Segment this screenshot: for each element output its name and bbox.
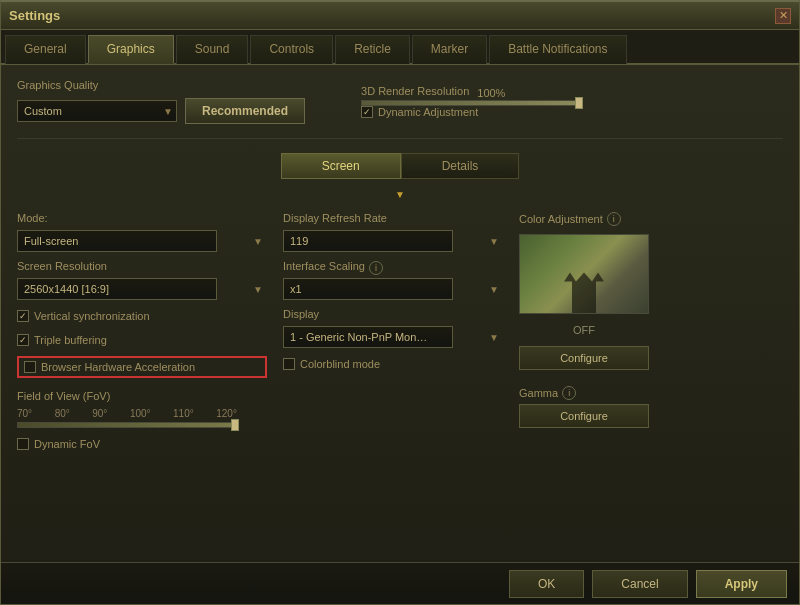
graphics-quality-select-wrapper: Custom Low Medium High Ultra ▼ (17, 100, 177, 122)
display-select[interactable]: 1 - Generic Non-PnP Monitor (prime (283, 326, 453, 348)
interface-scaling-label: Interface Scaling (283, 260, 365, 272)
dynamic-adjustment-label: Dynamic Adjustment (378, 106, 478, 118)
fov-section: Field of View (FoV) 70° 80° 90° 100° 110… (17, 390, 267, 428)
ok-button[interactable]: OK (509, 570, 584, 598)
color-preview (519, 234, 649, 314)
bottom-bar: OK Cancel Apply (1, 562, 799, 604)
mode-label: Mode: (17, 212, 267, 224)
cancel-button[interactable]: Cancel (592, 570, 687, 598)
fov-marker-80: 80° (55, 408, 70, 419)
graphics-quality-section: Graphics Quality Custom Low Medium High … (17, 79, 305, 124)
fov-label: Field of View (FoV) (17, 390, 267, 402)
gamma-configure-button[interactable]: Configure (519, 404, 649, 428)
colorblind-label: Colorblind mode (300, 358, 380, 370)
title-bar: Settings ✕ (1, 2, 799, 30)
color-status: OFF (519, 322, 649, 338)
interface-scaling-arrow: ▼ (489, 284, 499, 295)
middle-column: Display Refresh Rate 119 60 144 ▼ Interf… (283, 212, 503, 548)
tab-battle-notifications[interactable]: Battle Notifications (489, 35, 626, 64)
sub-tab-bar: Screen Details (17, 153, 783, 179)
fov-fill (18, 423, 236, 427)
display-arrow: ▼ (489, 332, 499, 343)
color-adjustment-info-icon[interactable]: i (607, 212, 621, 226)
colorblind-checkbox[interactable] (283, 358, 295, 370)
fov-marker-90: 90° (92, 408, 107, 419)
recommended-button[interactable]: Recommended (185, 98, 305, 124)
refresh-rate-arrow: ▼ (489, 236, 499, 247)
refresh-rate-select[interactable]: 119 60 144 (283, 230, 453, 252)
tab-controls[interactable]: Controls (250, 35, 333, 64)
refresh-rate-field: Display Refresh Rate 119 60 144 ▼ (283, 212, 503, 252)
color-adjustment-row: Color Adjustment i (519, 212, 783, 226)
vsync-checkbox[interactable]: ✓ (17, 310, 29, 322)
render-resolution-thumb (575, 97, 583, 109)
tab-sound[interactable]: Sound (176, 35, 249, 64)
sub-tab-screen[interactable]: Screen (281, 153, 401, 179)
dynamic-fov-label: Dynamic FoV (34, 438, 100, 450)
gamma-label-row: Gamma i (519, 386, 783, 400)
triple-buffering-checkbox[interactable]: ✓ (17, 334, 29, 346)
mode-select-wrapper: Full-screen Windowed Borderless ▼ (17, 230, 267, 252)
dynamic-fov-checkbox[interactable] (17, 438, 29, 450)
sub-tab-details[interactable]: Details (401, 153, 520, 179)
color-configure-button[interactable]: Configure (519, 346, 649, 370)
render-resolution-value: 100% (477, 87, 505, 99)
window-title: Settings (9, 8, 60, 23)
display-label: Display (283, 308, 503, 320)
graphics-quality-label: Graphics Quality (17, 79, 305, 91)
interface-scaling-select[interactable]: x1 x1.25 x1.5 (283, 278, 453, 300)
interface-scaling-field: Interface Scaling i x1 x1.25 x1.5 ▼ (283, 260, 503, 300)
gamma-section: Gamma i Configure (519, 386, 783, 428)
browser-hw-acceleration-row: Browser Hardware Acceleration (17, 356, 267, 378)
close-button[interactable]: ✕ (775, 8, 791, 24)
fov-marker-70: 70° (17, 408, 32, 419)
render-resolution-label: 3D Render Resolution (361, 85, 469, 97)
mode-field: Mode: Full-screen Windowed Borderless ▼ (17, 212, 267, 252)
resolution-select-wrapper: 2560x1440 [16:9] 1920x1080 [16:9] 1280x7… (17, 278, 267, 300)
settings-columns: Mode: Full-screen Windowed Borderless ▼ … (17, 212, 783, 548)
right-column: Color Adjustment i OFF Configure Gamma i… (519, 212, 783, 548)
fov-markers: 70° 80° 90° 100° 110° 120° (17, 408, 237, 419)
sub-tab-indicator: ▼ (17, 189, 783, 200)
dynamic-fov-row: Dynamic FoV (17, 436, 267, 452)
settings-window: Settings ✕ General Graphics Sound Contro… (0, 0, 800, 605)
display-select-wrapper: 1 - Generic Non-PnP Monitor (prime ▼ (283, 326, 503, 348)
fov-thumb (231, 419, 239, 431)
tab-bar: General Graphics Sound Controls Reticle … (1, 30, 799, 65)
resolution-label: Screen Resolution (17, 260, 267, 272)
triple-buffering-label: Triple buffering (34, 334, 107, 346)
mode-arrow: ▼ (253, 236, 263, 247)
tab-general[interactable]: General (5, 35, 86, 64)
left-column: Mode: Full-screen Windowed Borderless ▼ … (17, 212, 267, 548)
display-field: Display 1 - Generic Non-PnP Monitor (pri… (283, 308, 503, 348)
color-adjustment-label: Color Adjustment (519, 213, 603, 225)
mode-select[interactable]: Full-screen Windowed Borderless (17, 230, 217, 252)
render-resolution-fill (362, 101, 580, 105)
tab-reticle[interactable]: Reticle (335, 35, 410, 64)
fov-slider[interactable] (17, 422, 237, 428)
tab-graphics[interactable]: Graphics (88, 35, 174, 64)
interface-scaling-info-icon[interactable]: i (369, 261, 383, 275)
resolution-arrow: ▼ (253, 284, 263, 295)
fov-marker-110: 110° (173, 408, 194, 419)
interface-scaling-select-wrapper: x1 x1.25 x1.5 ▼ (283, 278, 503, 300)
browser-hw-acceleration-checkbox[interactable] (24, 361, 36, 373)
fov-marker-100: 100° (130, 408, 151, 419)
gamma-label: Gamma (519, 387, 558, 399)
resolution-field: Screen Resolution 2560x1440 [16:9] 1920x… (17, 260, 267, 300)
apply-button[interactable]: Apply (696, 570, 787, 598)
color-preview-castle (564, 268, 604, 313)
colorblind-row: Colorblind mode (283, 356, 503, 372)
gamma-info-icon[interactable]: i (562, 386, 576, 400)
separator-top (17, 138, 783, 139)
resolution-select[interactable]: 2560x1440 [16:9] 1920x1080 [16:9] 1280x7… (17, 278, 217, 300)
dynamic-adjustment-checkbox[interactable]: ✓ (361, 106, 373, 118)
browser-hw-acceleration-label: Browser Hardware Acceleration (41, 361, 195, 373)
fov-marker-120: 120° (216, 408, 237, 419)
vsync-row: ✓ Vertical synchronization (17, 308, 267, 324)
graphics-quality-select[interactable]: Custom Low Medium High Ultra (17, 100, 177, 122)
main-content: Graphics Quality Custom Low Medium High … (1, 65, 799, 562)
refresh-rate-label: Display Refresh Rate (283, 212, 503, 224)
render-resolution-slider[interactable] (361, 100, 581, 106)
tab-marker[interactable]: Marker (412, 35, 487, 64)
